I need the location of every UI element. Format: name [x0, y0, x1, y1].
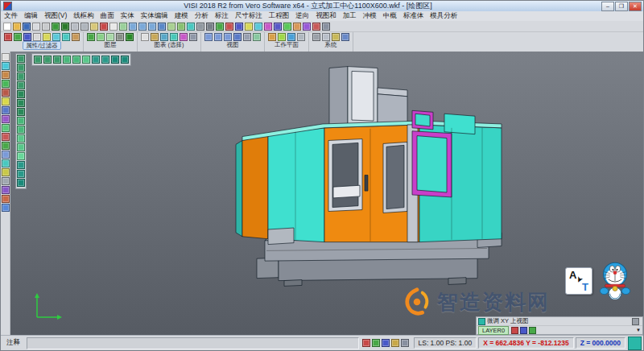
hidden-line-icon[interactable] [206, 23, 214, 31]
select-window-icon[interactable] [119, 23, 127, 31]
rotate-view-icon[interactable] [177, 23, 185, 31]
select-color-icon[interactable] [180, 33, 188, 41]
fillet-icon[interactable] [303, 23, 311, 31]
delete-icon[interactable] [100, 23, 108, 31]
osnap-toggle-icon[interactable] [362, 339, 370, 347]
menu-reverse[interactable]: 逆向 [292, 11, 312, 21]
maximize-button[interactable]: ❐ [615, 2, 628, 11]
snap-grid-icon[interactable] [82, 56, 90, 64]
new-file-icon[interactable] [3, 23, 11, 31]
group-label-workplane[interactable]: 工作平面 [275, 41, 299, 48]
menu-wireframe[interactable]: 线框构 [70, 11, 97, 21]
menu-file[interactable]: 文件 [1, 11, 21, 21]
measure-tool-icon[interactable] [2, 133, 10, 141]
layers-icon[interactable] [216, 23, 224, 31]
section-tool-icon[interactable] [2, 168, 10, 176]
group-label-layers[interactable]: 图层 [105, 41, 117, 48]
menu-progress[interactable]: 中概 [380, 11, 400, 21]
layer-dropdown-icon[interactable]: ▼ [636, 328, 641, 332]
snap-icon[interactable] [332, 33, 340, 41]
menu-modeling[interactable]: 建模 [171, 11, 192, 21]
print-icon[interactable] [32, 23, 40, 31]
ortho-toggle-icon[interactable] [382, 339, 390, 347]
ortho-icon[interactable] [92, 56, 100, 64]
menu-solid[interactable]: 实体 [118, 11, 138, 21]
view-previous-icon[interactable] [243, 33, 251, 41]
workplane-zx-icon[interactable] [287, 33, 295, 41]
menu-standard[interactable]: 标准体 [400, 11, 427, 21]
layer-off-icon[interactable] [116, 33, 124, 41]
menu-die[interactable]: 冲模 [360, 11, 380, 21]
group-label-attributes[interactable]: 属性/过滤器 [23, 41, 61, 50]
zoom-extents-icon[interactable] [17, 134, 25, 142]
attr-color-icon[interactable] [4, 33, 12, 41]
render-tool-icon[interactable] [2, 159, 10, 167]
layer-current-icon[interactable] [126, 33, 134, 41]
redo-icon[interactable] [61, 23, 69, 31]
message-icon[interactable] [401, 339, 409, 347]
filter-points-icon[interactable] [43, 33, 51, 41]
solid-tool-icon[interactable] [2, 80, 10, 88]
view-dynamic-icon[interactable] [253, 33, 261, 41]
zoom-out-icon[interactable] [148, 23, 156, 31]
sketch-tool-icon[interactable] [2, 97, 10, 105]
drawing-viewport[interactable]: 智造资料网 A ➤ T [10, 52, 643, 335]
top-view-icon[interactable] [17, 64, 25, 72]
menu-surface[interactable]: 曲面 [97, 11, 118, 21]
paste-icon[interactable] [90, 23, 98, 31]
grid-mini-icon[interactable] [632, 318, 639, 325]
grid-icon[interactable] [322, 33, 330, 41]
layer-row[interactable]: LAYER0 ▼ [477, 326, 642, 334]
feature-tool-icon[interactable] [2, 89, 10, 97]
group-label-system[interactable]: 系统 [325, 41, 337, 48]
view-top-icon[interactable] [204, 33, 213, 41]
pan-view-icon[interactable] [17, 152, 25, 160]
right-view-icon[interactable] [17, 81, 25, 89]
arc-icon[interactable] [264, 23, 272, 31]
view-front-icon[interactable] [214, 33, 222, 41]
view-iso-icon[interactable] [233, 33, 242, 41]
filter-curves-icon[interactable] [52, 33, 60, 41]
snap-end-icon[interactable] [43, 56, 52, 64]
zoom-fit-icon[interactable] [158, 23, 166, 31]
grid-toggle-icon[interactable] [372, 339, 380, 347]
menu-analysis[interactable]: 分析 [192, 11, 212, 21]
wireframe-tool-icon[interactable] [2, 62, 10, 70]
wireframe-view-icon[interactable] [196, 23, 204, 31]
menu-drawing[interactable]: 工程图 [266, 11, 293, 21]
selection-filter-icon[interactable] [34, 56, 42, 64]
rotate-ccw-icon[interactable] [17, 126, 25, 134]
menu-annotation[interactable]: 标注 [212, 11, 232, 21]
attr-linetype-icon[interactable] [23, 33, 31, 41]
polar-icon[interactable] [101, 56, 109, 64]
zoom-in-icon[interactable] [138, 23, 147, 31]
close-button[interactable]: ✕ [629, 2, 642, 11]
plugin-tool-icon[interactable] [2, 186, 10, 194]
layer-on-icon[interactable] [106, 33, 114, 41]
save-icon[interactable] [23, 23, 31, 31]
copy-icon[interactable] [80, 23, 89, 31]
bottom-view-icon[interactable] [17, 108, 25, 116]
perspective-icon[interactable] [17, 179, 25, 187]
menu-view[interactable]: 视图(V) [41, 11, 70, 21]
transform-tool-icon[interactable] [2, 106, 10, 114]
menu-edit[interactable]: 编辑 [21, 11, 41, 21]
workplane-yz-icon[interactable] [278, 33, 286, 41]
annotate-tool-icon[interactable] [2, 177, 10, 185]
back-view-icon[interactable] [17, 90, 25, 98]
circle-icon[interactable] [274, 23, 282, 31]
open-folder-icon[interactable] [13, 23, 21, 31]
layer-new-icon[interactable] [97, 33, 105, 41]
attributes-icon[interactable] [225, 23, 233, 31]
zoom-previous-icon[interactable] [17, 143, 25, 151]
array-tool-icon[interactable] [2, 124, 10, 132]
resize-grip[interactable] [628, 337, 642, 350]
plot-icon[interactable] [42, 23, 50, 31]
pan-icon[interactable] [167, 23, 175, 31]
iso-view-icon[interactable] [17, 55, 25, 63]
minimize-button[interactable]: – [601, 2, 614, 11]
filter-solids-icon[interactable] [62, 33, 70, 41]
undo-icon[interactable] [52, 23, 60, 31]
layer-tool-icon[interactable] [2, 142, 10, 150]
layer-manager-icon[interactable] [87, 33, 95, 41]
